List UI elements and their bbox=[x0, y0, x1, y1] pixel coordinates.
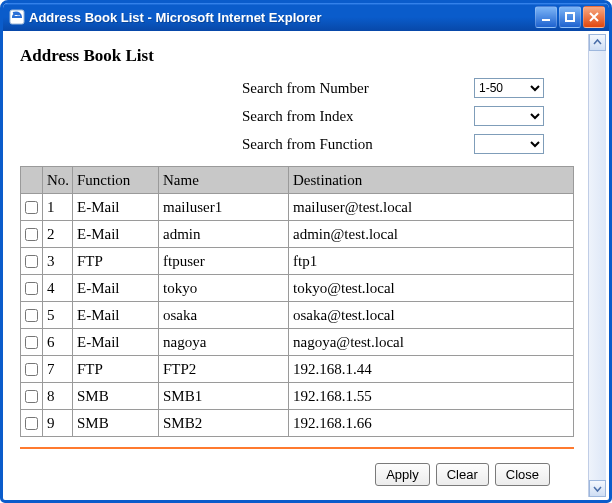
cell-function: E-Mail bbox=[73, 194, 159, 221]
window-title: Address Book List - Microsoft Internet E… bbox=[29, 10, 535, 25]
cell-function: E-Mail bbox=[73, 329, 159, 356]
search-number-label: Search from Number bbox=[242, 80, 369, 97]
cell-function: E-Mail bbox=[73, 221, 159, 248]
chevron-down-icon bbox=[593, 484, 602, 493]
table-row: 2E-Mailadminadmin@test.local bbox=[21, 221, 574, 248]
cell-name: osaka bbox=[159, 302, 289, 329]
cell-destination: ftp1 bbox=[289, 248, 574, 275]
cell-name: SMB2 bbox=[159, 410, 289, 437]
cell-no: 5 bbox=[43, 302, 73, 329]
row-checkbox[interactable] bbox=[25, 282, 38, 295]
apply-button[interactable]: Apply bbox=[375, 463, 430, 486]
table-row: 5E-Mailosakaosaka@test.local bbox=[21, 302, 574, 329]
cell-name: mailuser1 bbox=[159, 194, 289, 221]
cell-function: FTP bbox=[73, 248, 159, 275]
table-row: 6E-Mailnagoyanagoya@test.local bbox=[21, 329, 574, 356]
divider bbox=[20, 447, 574, 449]
cell-name: nagoya bbox=[159, 329, 289, 356]
cell-no: 8 bbox=[43, 383, 73, 410]
search-index-label: Search from Index bbox=[242, 108, 354, 125]
header-no: No. bbox=[43, 167, 73, 194]
close-window-button[interactable] bbox=[583, 6, 605, 28]
cell-no: 7 bbox=[43, 356, 73, 383]
search-function-select[interactable] bbox=[474, 134, 544, 154]
row-checkbox-cell bbox=[21, 302, 43, 329]
header-function: Function bbox=[73, 167, 159, 194]
cell-function: E-Mail bbox=[73, 275, 159, 302]
svg-rect-1 bbox=[542, 19, 550, 21]
cell-destination: 192.168.1.44 bbox=[289, 356, 574, 383]
row-checkbox[interactable] bbox=[25, 201, 38, 214]
client-area: Address Book List Search from Number 1-5… bbox=[6, 34, 606, 497]
close-button[interactable]: Close bbox=[495, 463, 550, 486]
cell-function: E-Mail bbox=[73, 302, 159, 329]
chevron-up-icon bbox=[593, 38, 602, 47]
cell-name: ftpuser bbox=[159, 248, 289, 275]
table-row: 3FTPftpuserftp1 bbox=[21, 248, 574, 275]
row-checkbox[interactable] bbox=[25, 390, 38, 403]
page-title: Address Book List bbox=[20, 46, 574, 66]
scroll-up-button[interactable] bbox=[589, 34, 606, 51]
cell-destination: admin@test.local bbox=[289, 221, 574, 248]
search-filters: Search from Number 1-50 Search from Inde… bbox=[20, 74, 574, 158]
cell-name: tokyo bbox=[159, 275, 289, 302]
cell-destination: osaka@test.local bbox=[289, 302, 574, 329]
row-checkbox-cell bbox=[21, 275, 43, 302]
cell-no: 2 bbox=[43, 221, 73, 248]
row-checkbox[interactable] bbox=[25, 228, 38, 241]
cell-name: SMB1 bbox=[159, 383, 289, 410]
scroll-down-button[interactable] bbox=[589, 480, 606, 497]
row-checkbox-cell bbox=[21, 194, 43, 221]
row-checkbox[interactable] bbox=[25, 309, 38, 322]
header-name: Name bbox=[159, 167, 289, 194]
cell-function: SMB bbox=[73, 410, 159, 437]
table-header-row: No. Function Name Destination bbox=[21, 167, 574, 194]
table-row: 1E-Mailmailuser1mailuser@test.local bbox=[21, 194, 574, 221]
maximize-button[interactable] bbox=[559, 6, 581, 28]
cell-no: 4 bbox=[43, 275, 73, 302]
window-controls bbox=[535, 6, 605, 28]
cell-no: 9 bbox=[43, 410, 73, 437]
vertical-scrollbar[interactable] bbox=[588, 34, 606, 497]
search-number-select[interactable]: 1-50 bbox=[474, 78, 544, 98]
ie-app-icon bbox=[9, 9, 25, 25]
address-book-table: No. Function Name Destination 1E-Mailmai… bbox=[20, 166, 574, 437]
table-row: 9SMBSMB2192.168.1.66 bbox=[21, 410, 574, 437]
cell-function: FTP bbox=[73, 356, 159, 383]
cell-destination: tokyo@test.local bbox=[289, 275, 574, 302]
maximize-icon bbox=[564, 11, 576, 23]
row-checkbox[interactable] bbox=[25, 255, 38, 268]
table-row: 7FTPFTP2192.168.1.44 bbox=[21, 356, 574, 383]
row-checkbox-cell bbox=[21, 221, 43, 248]
cell-no: 3 bbox=[43, 248, 73, 275]
row-checkbox-cell bbox=[21, 248, 43, 275]
row-checkbox-cell bbox=[21, 410, 43, 437]
cell-no: 1 bbox=[43, 194, 73, 221]
minimize-button[interactable] bbox=[535, 6, 557, 28]
row-checkbox-cell bbox=[21, 356, 43, 383]
browser-window: Address Book List - Microsoft Internet E… bbox=[0, 0, 612, 503]
header-destination: Destination bbox=[289, 167, 574, 194]
cell-destination: 192.168.1.66 bbox=[289, 410, 574, 437]
row-checkbox-cell bbox=[21, 329, 43, 356]
row-checkbox-cell bbox=[21, 383, 43, 410]
cell-destination: 192.168.1.55 bbox=[289, 383, 574, 410]
cell-no: 6 bbox=[43, 329, 73, 356]
titlebar: Address Book List - Microsoft Internet E… bbox=[3, 3, 609, 31]
close-icon bbox=[588, 11, 600, 23]
cell-function: SMB bbox=[73, 383, 159, 410]
cell-destination: mailuser@test.local bbox=[289, 194, 574, 221]
svg-rect-2 bbox=[566, 13, 574, 21]
header-checkbox bbox=[21, 167, 43, 194]
minimize-icon bbox=[540, 11, 552, 23]
search-function-label: Search from Function bbox=[242, 136, 373, 153]
row-checkbox[interactable] bbox=[25, 336, 38, 349]
row-checkbox[interactable] bbox=[25, 417, 38, 430]
action-buttons: Apply Clear Close bbox=[20, 463, 574, 486]
page-content: Address Book List Search from Number 1-5… bbox=[6, 34, 588, 497]
cell-destination: nagoya@test.local bbox=[289, 329, 574, 356]
row-checkbox[interactable] bbox=[25, 363, 38, 376]
search-index-select[interactable] bbox=[474, 106, 544, 126]
clear-button[interactable]: Clear bbox=[436, 463, 489, 486]
cell-name: admin bbox=[159, 221, 289, 248]
